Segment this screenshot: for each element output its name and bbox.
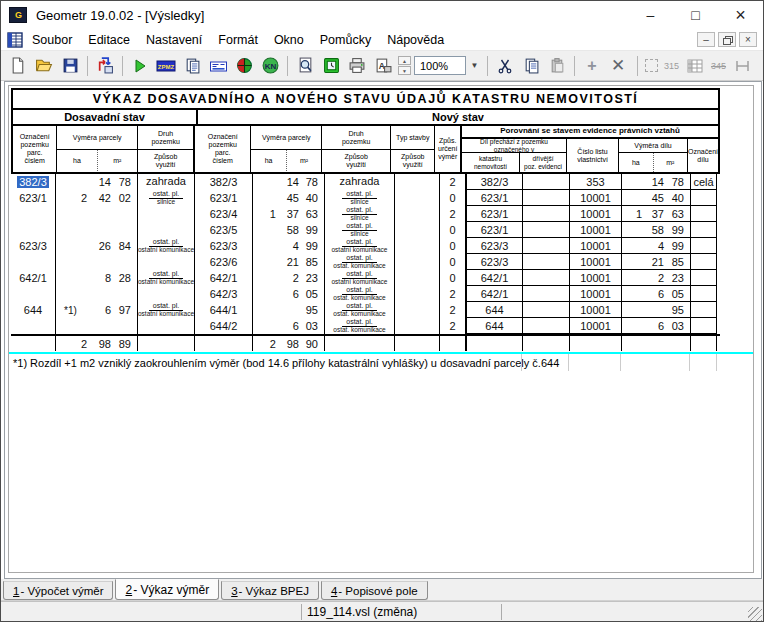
cell-vymera-novy[interactable]: 95 <box>252 302 324 318</box>
menu-pomucky[interactable]: Pomůcky <box>312 31 379 49</box>
print-setup-button[interactable]: A <box>370 54 396 78</box>
cell-oznaceni-dilu[interactable] <box>690 238 717 254</box>
cell-druh-novy[interactable]: ostat. pl.silnice <box>324 190 394 206</box>
cell-parcela-dosavadni[interactable]: 623/1 <box>11 190 55 206</box>
cell-zpusob-urceni[interactable]: 0 <box>439 222 465 238</box>
cell-druh-dosavadni[interactable] <box>137 254 194 270</box>
cell-druh-novy[interactable]: ostat. pl.ostat. komunikace <box>324 286 394 302</box>
cell-vymera-novy[interactable]: 603 <box>252 318 324 334</box>
cell-parcela-dosavadni[interactable] <box>11 286 55 302</box>
cell-parcela-dosavadni[interactable]: 382/3 <box>11 174 55 190</box>
cell-parcela-novy[interactable]: 382/3 <box>194 174 252 190</box>
zoom-dropdown-button[interactable]: ▼ <box>466 56 483 75</box>
cell-katastr-nemovitosti[interactable]: 642/1 <box>465 270 522 286</box>
cell-druh-dosavadni[interactable]: zahrada <box>137 174 194 190</box>
cell-drivejsi-evidence[interactable] <box>522 190 569 206</box>
cell-parcela-dosavadni[interactable]: 644 <box>11 302 55 318</box>
cell-cislo-listu[interactable]: 10001 <box>569 286 621 302</box>
tab-popisove-pole[interactable]: 4 - Popisové pole <box>321 581 428 600</box>
cell-vymera-dilu[interactable]: 95 <box>621 302 690 318</box>
cell-typ-stavby[interactable] <box>394 254 439 270</box>
cell-zpusob-urceni[interactable]: 2 <box>439 286 465 302</box>
cell-oznaceni-dilu[interactable] <box>690 190 717 206</box>
zoom-combobox[interactable]: 100% <box>414 56 466 75</box>
cell-vymera-dosavadni[interactable]: 1478 <box>55 174 137 190</box>
cell-vymera-novy[interactable]: 223 <box>252 270 324 286</box>
cell-zpusob-urceni[interactable]: 2 <box>439 318 465 334</box>
cell-cislo-listu[interactable]: 10001 <box>569 302 621 318</box>
save-button[interactable] <box>57 54 83 78</box>
cell-vymera-dilu[interactable]: 499 <box>621 238 690 254</box>
cell-vymera-novy[interactable]: 605 <box>252 286 324 302</box>
cell-typ-stavby[interactable] <box>394 190 439 206</box>
cell-druh-novy[interactable]: ostat. pl.ostat. komunikace <box>324 302 394 318</box>
cell-typ-stavby[interactable] <box>394 270 439 286</box>
cell-oznaceni-dilu[interactable] <box>690 302 717 318</box>
cell-parcela-novy[interactable]: 623/4 <box>194 206 252 222</box>
cell-zpusob-urceni[interactable]: 2 <box>439 174 465 190</box>
cell-zpusob-urceni[interactable]: 2 <box>439 206 465 222</box>
cell-cislo-listu[interactable]: 10001 <box>569 318 621 334</box>
cell-druh-novy[interactable]: ostat. pl.ostatní komunikace <box>324 270 394 286</box>
cell-vymera-novy[interactable]: 1478 <box>252 174 324 190</box>
import-export-button[interactable] <box>92 54 118 78</box>
cell-cislo-listu[interactable]: 10001 <box>569 190 621 206</box>
cell-typ-stavby[interactable] <box>394 222 439 238</box>
mdi-close-button[interactable]: × <box>739 32 757 47</box>
cell-vymera-dosavadni[interactable] <box>55 286 137 302</box>
cell-drivejsi-evidence[interactable] <box>522 174 569 190</box>
cut-button[interactable] <box>492 54 518 78</box>
cell-drivejsi-evidence[interactable] <box>522 238 569 254</box>
cell-parcela-dosavadni[interactable]: 642/1 <box>11 270 55 286</box>
cell-katastr-nemovitosti[interactable]: 623/1 <box>465 222 522 238</box>
cell-katastr-nemovitosti[interactable]: 623/3 <box>465 238 522 254</box>
cell-vymera-dilu[interactable]: 603 <box>621 318 690 334</box>
cell-vymera-dilu[interactable]: 5899 <box>621 222 690 238</box>
cell-druh-novy[interactable]: ostat. pl.silnice <box>324 206 394 222</box>
cell-vymera-dilu[interactable]: 13763 <box>621 206 690 222</box>
cell-vymera-dilu[interactable]: 1478 <box>621 174 690 190</box>
cell-cislo-listu[interactable]: 10001 <box>569 270 621 286</box>
tab-vykaz-bpej[interactable]: 3 - Výkaz BPEJ <box>221 581 319 600</box>
cell-katastr-nemovitosti[interactable]: 642/1 <box>465 286 522 302</box>
cell-parcela-dosavadni[interactable]: 623/3 <box>11 238 55 254</box>
cell-katastr-nemovitosti[interactable]: 623/1 <box>465 206 522 222</box>
cell-vymera-dosavadni[interactable] <box>55 318 137 334</box>
green-window-button[interactable] <box>318 54 344 78</box>
tab-vypocet-vymer[interactable]: 1 - Výpočet výměr <box>3 581 113 600</box>
cell-drivejsi-evidence[interactable] <box>522 270 569 286</box>
cell-cislo-listu[interactable]: 10001 <box>569 206 621 222</box>
cell-katastr-nemovitosti[interactable]: 644 <box>465 302 522 318</box>
resize-grip[interactable] <box>748 607 762 621</box>
cell-parcela-dosavadni[interactable] <box>11 318 55 334</box>
copy-pages-button[interactable] <box>179 54 205 78</box>
cell-drivejsi-evidence[interactable] <box>522 222 569 238</box>
cell-vymera-dilu[interactable]: 4540 <box>621 190 690 206</box>
cell-parcela-dosavadni[interactable] <box>11 206 55 222</box>
cell-druh-novy[interactable]: zahrada <box>324 174 394 190</box>
cell-vymera-dosavadni[interactable] <box>55 222 137 238</box>
minimize-button[interactable]: – <box>628 1 673 29</box>
cell-druh-dosavadni[interactable]: ostat. pl.ostatní komunikace <box>137 238 194 254</box>
cell-oznaceni-dilu[interactable] <box>690 254 717 270</box>
cell-druh-dosavadni[interactable]: ostat. pl.ostatní komunikace <box>137 270 194 286</box>
cell-cislo-listu[interactable]: 353 <box>569 174 621 190</box>
cell-zpusob-urceni[interactable]: 0 <box>439 254 465 270</box>
cell-vymera-novy[interactable]: 13763 <box>252 206 324 222</box>
cell-druh-novy[interactable]: ostat. pl.ostatní komunikace <box>324 238 394 254</box>
cell-vymera-novy[interactable]: 499 <box>252 238 324 254</box>
menu-napoveda[interactable]: Nápověda <box>379 31 452 49</box>
cell-druh-novy[interactable]: ostat. pl.ostat. komunikace <box>324 254 394 270</box>
cell-oznaceni-dilu[interactable] <box>690 270 717 286</box>
cell-vymera-dilu[interactable]: 223 <box>621 270 690 286</box>
form-button[interactable] <box>205 54 231 78</box>
menu-nastaveni[interactable]: Nastavení <box>138 31 210 49</box>
cell-zpusob-urceni[interactable]: 0 <box>439 238 465 254</box>
cell-parcela-novy[interactable]: 642/1 <box>194 270 252 286</box>
mdi-minimize-button[interactable]: – <box>697 32 715 47</box>
cell-typ-stavby[interactable] <box>394 318 439 334</box>
cell-typ-stavby[interactable] <box>394 238 439 254</box>
cell-typ-stavby[interactable] <box>394 302 439 318</box>
cell-drivejsi-evidence[interactable] <box>522 206 569 222</box>
zoom-spinner[interactable]: ▲▼ <box>398 56 411 75</box>
